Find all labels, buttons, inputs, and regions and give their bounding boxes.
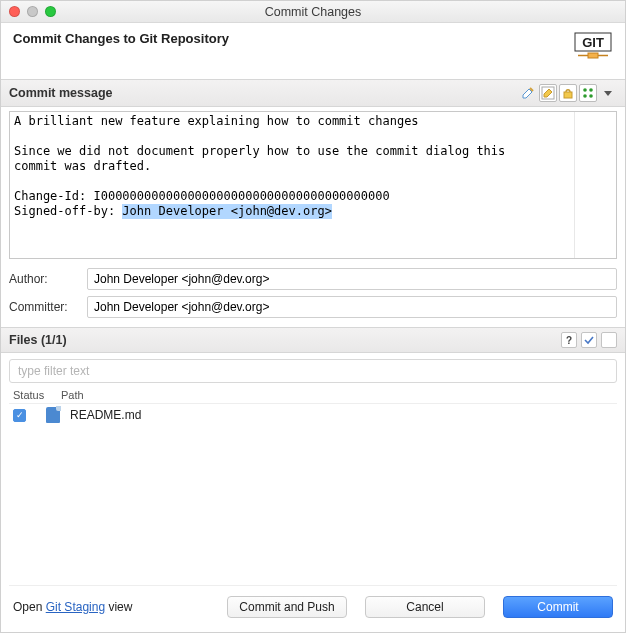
show-whitespace-icon[interactable] xyxy=(579,84,597,102)
author-field[interactable] xyxy=(87,268,617,290)
committer-field[interactable] xyxy=(87,296,617,318)
commit-message-section-header: Commit message xyxy=(1,79,625,107)
file-path: README.md xyxy=(70,408,141,422)
commit-message-textarea[interactable] xyxy=(10,112,574,258)
file-icon xyxy=(46,407,60,423)
commit-message-ruler xyxy=(574,112,616,258)
svg-text:GIT: GIT xyxy=(582,35,604,50)
svg-point-9 xyxy=(583,94,587,98)
window-close-button[interactable] xyxy=(9,6,20,17)
committer-label: Committer: xyxy=(9,300,79,314)
svg-rect-6 xyxy=(564,92,572,98)
select-all-checkbox[interactable] xyxy=(581,332,597,348)
window-zoom-button[interactable] xyxy=(45,6,56,17)
svg-rect-2 xyxy=(588,53,598,58)
commit-button[interactable]: Commit xyxy=(503,596,613,618)
sign-off-icon[interactable] xyxy=(539,84,557,102)
col-status: Status xyxy=(13,389,61,401)
files-list[interactable]: README.md xyxy=(9,404,617,586)
svg-point-7 xyxy=(583,88,587,92)
svg-point-8 xyxy=(589,88,593,92)
window-title: Commit Changes xyxy=(1,5,625,19)
files-section-label: Files (1/1) xyxy=(9,333,67,347)
view-menu-icon[interactable] xyxy=(599,84,617,102)
commit-message-label: Commit message xyxy=(9,86,113,100)
git-logo-icon: GIT xyxy=(573,31,613,63)
window-minimize-button[interactable] xyxy=(27,6,38,17)
git-staging-link[interactable]: Git Staging xyxy=(46,600,105,614)
show-untracked-toggle[interactable]: ? xyxy=(561,332,577,348)
author-label: Author: xyxy=(9,272,79,286)
files-table-header: Status Path xyxy=(9,387,617,404)
window-titlebar: Commit Changes xyxy=(1,1,625,23)
file-checkbox[interactable] xyxy=(13,409,26,422)
change-id-lock-icon[interactable] xyxy=(559,84,577,102)
file-row[interactable]: README.md xyxy=(9,406,617,424)
cancel-button[interactable]: Cancel xyxy=(365,596,485,618)
svg-point-10 xyxy=(589,94,593,98)
col-path: Path xyxy=(61,389,84,401)
amend-icon[interactable] xyxy=(519,84,537,102)
page-title: Commit Changes to Git Repository xyxy=(13,31,229,46)
files-section-header: Files (1/1) ? xyxy=(1,327,625,353)
commit-and-push-button[interactable]: Commit and Push xyxy=(227,596,347,618)
open-staging-view: Open Git Staging view xyxy=(13,600,132,614)
files-filter-input[interactable] xyxy=(9,359,617,383)
deselect-all-checkbox[interactable] xyxy=(601,332,617,348)
